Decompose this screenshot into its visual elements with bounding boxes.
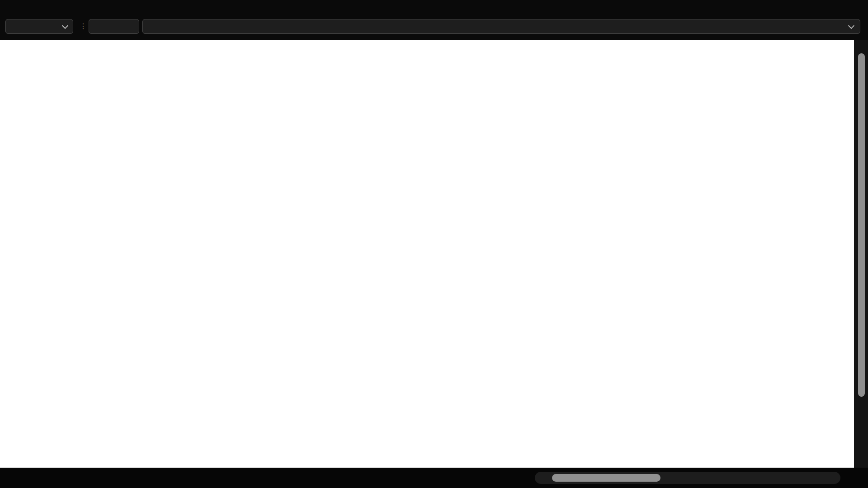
separator-dots-icon: ⋮ (80, 22, 87, 30)
horizontal-scroll-thumb[interactable] (552, 474, 660, 482)
formula-bar-expand-icon[interactable] (848, 22, 854, 28)
sheet-background (0, 40, 854, 468)
vertical-scroll-thumb[interactable] (858, 53, 865, 397)
formula-input[interactable] (142, 19, 860, 34)
name-box[interactable] (5, 19, 73, 34)
scroll-up-button[interactable] (857, 41, 865, 49)
formula-buttons (89, 19, 139, 34)
sheet-tab-bar (0, 468, 868, 488)
excel-window: ⋮ (0, 0, 868, 488)
chevron-down-icon (62, 22, 68, 28)
titlebar (0, 0, 868, 18)
formula-bar: ⋮ (0, 18, 868, 40)
more-options-button[interactable] (812, 0, 819, 4)
scroll-down-button[interactable] (857, 457, 865, 465)
